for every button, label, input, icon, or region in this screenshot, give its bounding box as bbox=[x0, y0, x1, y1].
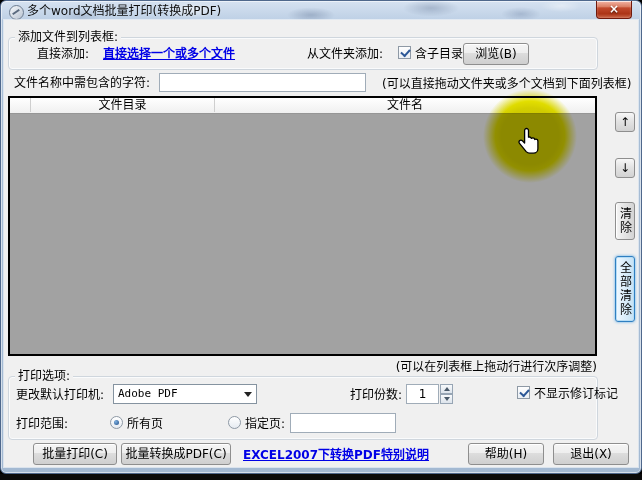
spin-up-button[interactable] bbox=[440, 384, 453, 394]
copies-label: 打印份数: bbox=[350, 388, 402, 402]
print-options-group-label: 打印选项: bbox=[15, 369, 73, 383]
all-pages-label: 所有页 bbox=[127, 417, 163, 431]
print-options-group: 打印选项: 更改默认打印机: Adobe PDF 打印份数: 1 不显示修订标记… bbox=[8, 376, 598, 440]
radio-dot-icon bbox=[114, 420, 119, 425]
specified-pages-input[interactable] bbox=[290, 413, 396, 433]
spin-down-button[interactable] bbox=[440, 394, 453, 404]
copies-value[interactable]: 1 bbox=[406, 384, 439, 404]
checkmark-icon bbox=[519, 387, 529, 398]
batch-print-button[interactable]: 批量打印(C) bbox=[33, 443, 117, 465]
move-down-button[interactable]: ↓ bbox=[615, 158, 635, 178]
desktop-edge-strip bbox=[0, 474, 642, 480]
printer-value: Adobe PDF bbox=[114, 385, 240, 403]
clear-all-button[interactable]: 全部清除 bbox=[615, 256, 635, 322]
add-files-group: 添加文件到列表框: 直接添加: 直接选择一个或多个文件 从文件夹添加: 含子目录… bbox=[8, 37, 598, 70]
up-triangle-icon bbox=[444, 384, 450, 391]
from-folder-label: 从文件夹添加: bbox=[307, 47, 383, 61]
specified-pages-radio[interactable] bbox=[228, 416, 241, 429]
browse-button[interactable]: 浏览(B) bbox=[463, 43, 529, 65]
reorder-hint: (可以在列表框上拖动行进行次序调整) bbox=[334, 360, 597, 374]
app-window: 多个word文档批量打印(转换成PDF) × 添加文件到列表框: 直接添加: 直… bbox=[0, 0, 642, 474]
add-files-group-label: 添加文件到列表框: bbox=[15, 30, 121, 44]
clear-button[interactable]: 清除 bbox=[615, 202, 635, 240]
specified-pages-label: 指定页: bbox=[245, 417, 285, 431]
no-revision-label: 不显示修订标记 bbox=[534, 387, 618, 401]
close-button[interactable]: × bbox=[596, 1, 632, 19]
batch-convert-pdf-button[interactable]: 批量转换成PDF(C) bbox=[121, 443, 231, 465]
dialog-client-area: 添加文件到列表框: 直接添加: 直接选择一个或多个文件 从文件夹添加: 含子目录… bbox=[4, 20, 638, 467]
close-icon: × bbox=[609, 2, 619, 16]
window-title: 多个word文档批量打印(转换成PDF) bbox=[27, 4, 221, 18]
file-list-table[interactable]: 文件目录 文件名 bbox=[8, 96, 597, 356]
filter-input[interactable] bbox=[159, 73, 366, 92]
move-up-button[interactable]: ↑ bbox=[615, 112, 635, 132]
header-cell-selector[interactable] bbox=[10, 98, 31, 112]
header-cell-filename[interactable]: 文件名 bbox=[215, 98, 595, 112]
no-revision-checkbox[interactable] bbox=[517, 386, 530, 399]
filter-label: 文件名称中需包含的字符: bbox=[14, 76, 150, 90]
direct-add-link[interactable]: 直接选择一个或多个文件 bbox=[103, 47, 235, 61]
exit-button[interactable]: 退出(X) bbox=[553, 443, 629, 465]
header-cell-directory[interactable]: 文件目录 bbox=[31, 98, 215, 112]
checkmark-icon bbox=[400, 47, 410, 58]
help-button[interactable]: 帮助(H) bbox=[468, 443, 544, 465]
include-subdir-checkbox[interactable] bbox=[398, 46, 411, 59]
include-subdir-label: 含子目录 bbox=[415, 47, 463, 61]
printer-label: 更改默认打印机: bbox=[16, 388, 104, 402]
excel-help-link[interactable]: EXCEL2007下转换PDF特别说明 bbox=[243, 448, 429, 462]
range-label: 打印范围: bbox=[16, 417, 68, 431]
copies-stepper[interactable]: 1 bbox=[406, 384, 453, 404]
printer-select[interactable]: Adobe PDF bbox=[113, 384, 257, 404]
combo-dropdown-icon[interactable] bbox=[240, 385, 256, 403]
all-pages-radio[interactable] bbox=[110, 416, 123, 429]
down-triangle-icon bbox=[444, 397, 450, 404]
file-list-body[interactable] bbox=[10, 114, 595, 354]
drag-hint: (可以直接拖动文件夹或多个文档到下面列表框) bbox=[382, 77, 631, 91]
app-icon bbox=[9, 5, 24, 20]
file-list-header: 文件目录 文件名 bbox=[10, 98, 595, 114]
direct-add-label: 直接添加: bbox=[37, 47, 89, 61]
